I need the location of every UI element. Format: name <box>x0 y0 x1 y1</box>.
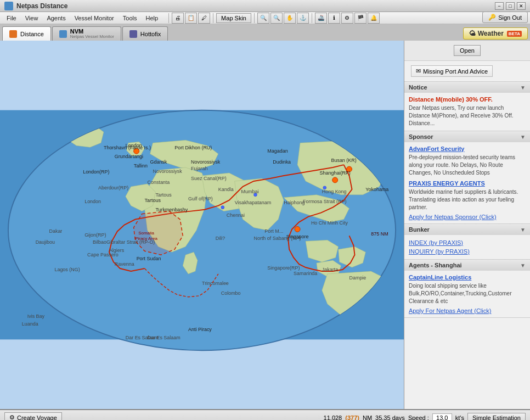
bell-button[interactable]: 🔔 <box>368 13 380 24</box>
svg-text:London: London <box>84 199 101 204</box>
svg-text:Bilbao: Bilbao <box>93 239 106 245</box>
missing-port-button[interactable]: ✉ Missing Port And Advice <box>411 65 493 77</box>
map-area[interactable]: Busan (KR) Shanghai(RP) Singapore London… <box>0 41 404 409</box>
zoom-in-button[interactable]: 🔍 <box>257 13 269 24</box>
svg-text:Constanta: Constanta <box>148 180 170 185</box>
beta-badge: BETA <box>507 31 522 37</box>
advanfort-desc: Pre-deployed mission-tested security tea… <box>409 154 526 177</box>
settings-button[interactable]: ⚙ <box>341 13 353 24</box>
maximize-button[interactable]: □ <box>506 2 515 10</box>
toolbar-sep-2 <box>213 13 213 23</box>
svg-text:Thorshavn (Faroe Is.): Thorshavn (Faroe Is.) <box>104 145 151 150</box>
info-toolbar-btn[interactable]: ℹ <box>328 13 340 24</box>
svg-text:Trincomalee: Trincomalee <box>202 281 229 286</box>
close-button[interactable]: ✕ <box>517 2 526 10</box>
menu-vessel-monitor[interactable]: Vessel Monitor <box>70 14 119 23</box>
svg-text:Mumbai: Mumbai <box>241 189 259 194</box>
anchor-button[interactable]: ⚓ <box>297 13 309 24</box>
svg-text:Hong Kong: Hong Kong <box>322 189 347 194</box>
simple-estimation-button[interactable]: Simple Estimation <box>467 413 526 421</box>
speed-input[interactable] <box>432 413 452 421</box>
menu-tools[interactable]: Tools <box>119 14 142 23</box>
tab-hotfix-label: Hottofix <box>140 31 161 37</box>
svg-text:Colombo: Colombo <box>221 290 241 296</box>
notice-body: Dear Netpas users, Try our new launch Di… <box>409 104 526 127</box>
apply-sponsor-link[interactable]: Apply for Netpas Sponsor (Click) <box>409 214 526 220</box>
svg-text:Tartous: Tartous <box>145 198 161 203</box>
agents-section: Agents - Shanghai ▼ CaptainLine Logistic… <box>404 260 530 318</box>
tab-distance[interactable]: Distance <box>2 26 51 41</box>
sign-out-button[interactable]: 🔑 Sign Out <box>482 12 528 23</box>
menu-view[interactable]: View <box>21 14 43 23</box>
svg-text:North of Sabang (RP): North of Sabang (RP) <box>253 236 301 241</box>
svg-text:Gijon(RP): Gijon(RP) <box>84 232 106 238</box>
svg-text:Tallinn: Tallinn <box>134 163 148 169</box>
open-button[interactable]: Open <box>454 45 481 56</box>
window-controls: − □ ✕ <box>495 2 526 10</box>
menu-file[interactable]: File <box>2 14 21 23</box>
captainline-link[interactable]: CaptainLine Logistics <box>409 274 471 281</box>
extra-distance: (377) <box>345 415 359 421</box>
svg-text:Dar Es Salaam: Dar Es Salaam <box>148 335 181 340</box>
nm-unit: NM <box>363 415 372 421</box>
title-bar: Netpas Distance − □ ✕ <box>0 0 530 12</box>
notice-header[interactable]: Notice ▼ <box>404 82 530 93</box>
envelope-icon: ✉ <box>416 68 421 75</box>
zoom-out-button[interactable]: 🔍 <box>270 13 283 24</box>
apply-agent-link[interactable]: Apply For Netpas Agent (Click) <box>409 307 526 314</box>
bunker-inquiry-link[interactable]: INQUIRY (by PRAXIS) <box>409 247 526 256</box>
toolbar: 🖨 📋 🖊 Map Skin 🔍 🔍 ✋ ⚓ 🚢 ℹ ⚙ 🏴 🔔 <box>167 13 380 24</box>
toolbar-sep-4 <box>312 13 312 23</box>
tab-nvm[interactable]: NVM Netpas Vessel Monitor <box>52 26 121 41</box>
svg-text:Port M...: Port M... <box>264 228 283 234</box>
svg-text:Dampie: Dampie <box>349 275 367 281</box>
tab-nvm-sub: Netpas Vessel Monitor <box>70 35 114 40</box>
menu-agents[interactable]: Agents <box>42 14 70 23</box>
bunker-section: Bunker ▼ INDEX (by PRAXIS) INQUIRY (by P… <box>404 224 530 260</box>
svg-text:Anti Piracy: Anti Piracy <box>188 327 212 332</box>
svg-text:Ho Chi Minh City: Ho Chi Minh City <box>311 221 348 226</box>
captainline-desc: Doing local shipping service like Bulk,R… <box>409 282 526 305</box>
agents-header[interactable]: Agents - Shanghai ▼ <box>404 260 530 271</box>
svg-text:Grundartangi: Grundartangi <box>115 154 143 159</box>
ship-button[interactable]: 🚢 <box>315 13 327 24</box>
weather-label: Weather <box>478 30 504 37</box>
bunker-header[interactable]: Bunker ▼ <box>404 224 530 235</box>
svg-point-11 <box>221 206 224 209</box>
bunker-arrow: ▼ <box>520 227 526 233</box>
svg-text:Suez Canal(RP): Suez Canal(RP) <box>191 176 227 181</box>
notice-arrow: ▼ <box>520 85 526 91</box>
toolbar-btn-1[interactable]: 🖨 <box>172 13 184 24</box>
toolbar-btn-2[interactable]: 📋 <box>185 13 197 24</box>
svg-text:Ravenna: Ravenna <box>115 261 134 267</box>
map-skin-button[interactable]: Map Skin <box>216 13 251 23</box>
minimize-button[interactable]: − <box>495 2 504 10</box>
tab-hotfix[interactable]: Hottofix <box>122 26 168 41</box>
svg-text:Kandla: Kandla <box>218 187 234 192</box>
flag-button[interactable]: 🏴 <box>354 13 367 24</box>
gear-icon: ⚙ <box>9 414 15 420</box>
menu-help[interactable]: Help <box>141 14 162 23</box>
bunker-index-link[interactable]: INDEX (by PRAXIS) <box>409 238 526 247</box>
pan-button[interactable]: ✋ <box>284 13 296 24</box>
menu-bar: File View Agents Vessel Monitor Tools He… <box>0 12 530 24</box>
sponsor-header[interactable]: Sponsor ▼ <box>404 131 530 142</box>
advanfort-link[interactable]: AdvanFort Security <box>409 145 464 152</box>
weather-button[interactable]: 🌤 Weather BETA <box>463 27 528 40</box>
svg-text:Turkmenbashy: Turkmenbashy <box>155 207 188 212</box>
praxis-desc: Worldwide marine fuel suppliers & lubric… <box>409 188 526 211</box>
notice-section: Notice ▼ Distance M(mobile) 30% OFF. Dea… <box>404 82 530 131</box>
sponsor-content: AdvanFort Security Pre-deployed mission-… <box>404 142 530 223</box>
praxis-link[interactable]: PRAXIS ENERGY AGENTS <box>409 180 485 187</box>
svg-text:Tartous: Tartous <box>155 192 172 198</box>
svg-text:Yokohama: Yokohama <box>365 187 388 192</box>
total-distance: 11,028 <box>324 415 342 421</box>
svg-text:Dili?: Dili? <box>216 236 225 241</box>
svg-text:Port Sudan: Port Sudan <box>137 256 161 261</box>
days-stat: 35.35 days <box>375 415 405 421</box>
create-voyage-button[interactable]: ⚙ Create Voyage <box>4 412 62 420</box>
svg-text:Daujibou: Daujibou <box>36 239 55 245</box>
main-content: Busan (KR) Shanghai(RP) Singapore London… <box>0 41 530 409</box>
tab-distance-label: Distance <box>20 31 44 37</box>
toolbar-btn-3[interactable]: 🖊 <box>198 13 210 24</box>
